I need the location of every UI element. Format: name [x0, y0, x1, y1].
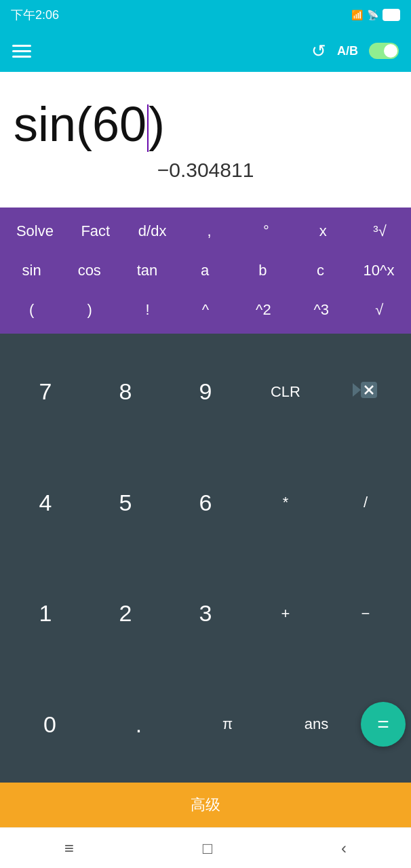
- numpad-row-1: 7 8 9 CLR: [0, 336, 411, 448]
- expression-text: sin(60): [14, 98, 165, 152]
- numpad-area: 7 8 9 CLR 4 5 6 * / 1 2 3: [0, 334, 411, 783]
- ddx-btn[interactable]: d/dx: [132, 218, 173, 244]
- sqrt-btn[interactable]: √: [359, 297, 399, 323]
- tan-btn[interactable]: tan: [127, 258, 168, 283]
- result-display: −0.304811: [14, 159, 397, 189]
- status-icons: 📶 📡 84: [351, 9, 400, 21]
- nav-menu-icon[interactable]: ≡: [64, 839, 74, 858]
- key-pi[interactable]: π: [183, 706, 272, 743]
- key-8[interactable]: 8: [85, 369, 165, 414]
- ab-toggle[interactable]: [369, 43, 399, 59]
- func-row-2: sin cos tan a b c 10^x: [0, 251, 411, 290]
- equals-button[interactable]: =: [361, 702, 406, 747]
- numpad-row-2: 4 5 6 * /: [0, 448, 411, 559]
- fact-btn[interactable]: Fact: [75, 218, 116, 244]
- top-bar-right: ↺ A/B: [311, 41, 399, 62]
- status-time: 下午2:06: [11, 7, 59, 23]
- text-cursor: [147, 104, 149, 152]
- key-4[interactable]: 4: [5, 480, 85, 526]
- lparen-btn[interactable]: (: [12, 297, 52, 323]
- hamburger-menu[interactable]: [12, 45, 31, 58]
- key-plus[interactable]: +: [246, 595, 326, 632]
- func-area: Solve Fact d/dx , ° x ³√ sin cos tan a b…: [0, 208, 411, 334]
- c-btn[interactable]: c: [300, 258, 340, 283]
- nav-back-icon[interactable]: ‹: [341, 839, 347, 858]
- key-backspace[interactable]: [326, 371, 406, 413]
- power-btn[interactable]: ^: [185, 297, 226, 323]
- key-6[interactable]: 6: [165, 480, 246, 526]
- key-0[interactable]: 0: [5, 702, 94, 747]
- advanced-bar[interactable]: 高级: [0, 783, 411, 827]
- tenx-btn[interactable]: 10^x: [358, 258, 400, 283]
- key-5[interactable]: 5: [85, 480, 165, 526]
- expression-display: sin(60): [14, 98, 397, 152]
- nav-home-icon[interactable]: □: [203, 839, 213, 858]
- func-row-3: ( ) ! ^ ^2 ^3 √: [0, 290, 411, 330]
- comma-btn[interactable]: ,: [189, 218, 230, 244]
- signal-icon: 📶: [351, 9, 363, 20]
- sq-btn[interactable]: ^2: [243, 297, 283, 323]
- cos-btn[interactable]: cos: [69, 258, 110, 283]
- x-btn[interactable]: x: [302, 218, 343, 244]
- status-bar: 下午2:06 📶 📡 84: [0, 0, 411, 30]
- numpad-row-4: 0 . π ans =: [0, 669, 411, 781]
- numpad-row-3: 1 2 3 + −: [0, 558, 411, 669]
- wifi-icon: 📡: [367, 9, 378, 20]
- cube-btn[interactable]: ^3: [301, 297, 342, 323]
- nav-bar: ≡ □ ‹: [0, 827, 411, 868]
- sin-btn[interactable]: sin: [12, 258, 52, 283]
- factorial-btn[interactable]: !: [128, 297, 168, 323]
- key-divide[interactable]: /: [326, 484, 406, 521]
- svg-marker-1: [353, 383, 361, 397]
- key-1[interactable]: 1: [5, 591, 85, 636]
- cbrt-btn[interactable]: ³√: [359, 218, 400, 244]
- keyboard-area: Solve Fact d/dx , ° x ³√ sin cos tan a b…: [0, 208, 411, 827]
- rparen-btn[interactable]: ): [69, 297, 110, 323]
- history-icon[interactable]: ↺: [311, 41, 326, 62]
- key-clr[interactable]: CLR: [246, 374, 326, 410]
- top-bar: ↺ A/B: [0, 30, 411, 72]
- expression-area: sin(60) −0.304811: [0, 72, 411, 208]
- advanced-label: 高级: [191, 796, 220, 813]
- solve-btn[interactable]: Solve: [11, 218, 59, 244]
- key-ans[interactable]: ans: [272, 706, 361, 743]
- func-row-1: Solve Fact d/dx , ° x ³√: [0, 212, 411, 251]
- key-dot[interactable]: .: [94, 702, 183, 747]
- key-7[interactable]: 7: [5, 369, 85, 414]
- key-minus[interactable]: −: [326, 595, 406, 632]
- ab-label: A/B: [337, 44, 358, 58]
- equals-icon: =: [377, 713, 389, 736]
- degree-btn[interactable]: °: [246, 218, 286, 244]
- key-multiply[interactable]: *: [246, 484, 326, 521]
- key-3[interactable]: 3: [165, 591, 246, 636]
- b-btn[interactable]: b: [242, 258, 283, 283]
- key-2[interactable]: 2: [85, 591, 165, 636]
- key-9[interactable]: 9: [165, 369, 246, 414]
- battery-indicator: 84: [383, 9, 400, 21]
- a-btn[interactable]: a: [184, 258, 225, 283]
